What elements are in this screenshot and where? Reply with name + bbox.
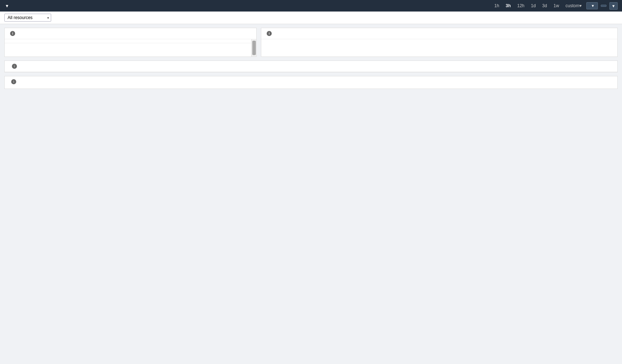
cross-service-info-icon[interactable]: i [11, 79, 16, 84]
main-content: i [0, 24, 622, 93]
dashboard-info-icon[interactable]: i [12, 64, 17, 69]
time-1w-button[interactable]: 1w [552, 3, 561, 9]
cross-service-panel: i [4, 76, 618, 89]
dropdown-icon: ▾ [6, 3, 8, 9]
col-alarm [177, 39, 202, 43]
services-summary-info-icon[interactable]: i [10, 31, 15, 36]
recent-alarms-info-icon[interactable]: i [267, 31, 272, 36]
sub-header: All resources [0, 12, 622, 24]
time-12h-button[interactable]: 12h [515, 3, 526, 9]
col-ok [227, 39, 251, 43]
services-table-header [5, 39, 251, 43]
actions-button[interactable]: ▾ [586, 2, 598, 9]
refresh-button[interactable] [601, 5, 607, 7]
time-1h-button[interactable]: 1h [493, 3, 501, 9]
actions-chevron-icon: ▾ [592, 3, 594, 8]
col-status [152, 39, 177, 43]
resource-select-wrapper: All resources [4, 14, 51, 22]
time-3d-button[interactable]: 3d [541, 3, 549, 9]
scroll-thumb[interactable] [252, 41, 256, 55]
time-custom-button[interactable]: custom▾ [564, 3, 583, 9]
services-table-wrapper [5, 39, 256, 57]
default-dashboard: i [4, 60, 618, 72]
services-summary-panel: i [4, 28, 257, 57]
header-controls: 1h 3h 12h 1d 3d 1w custom▾ ▾ ▾ [490, 2, 618, 10]
time-1d-button[interactable]: 1d [529, 3, 537, 9]
col-insufficient [202, 39, 226, 43]
main-header: ▾ 1h 3h 12h 1d 3d 1w custom▾ ▾ ▾ [0, 0, 622, 12]
page-title[interactable]: ▾ [4, 3, 8, 9]
resource-select[interactable]: All resources [4, 14, 51, 22]
recent-alarms-title: i [261, 28, 617, 39]
col-service [5, 39, 152, 43]
dashboard-header: i [5, 61, 617, 72]
time-3h-button[interactable]: 3h [504, 3, 512, 9]
recent-alarms-panel: i [261, 28, 618, 57]
services-table-container [5, 39, 251, 57]
services-summary-title: i [5, 28, 256, 39]
cross-service-header: i [9, 79, 613, 84]
services-table [5, 39, 251, 43]
services-scrollbar[interactable] [251, 39, 256, 57]
top-section: i [4, 28, 618, 57]
settings-button[interactable]: ▾ [609, 2, 618, 10]
